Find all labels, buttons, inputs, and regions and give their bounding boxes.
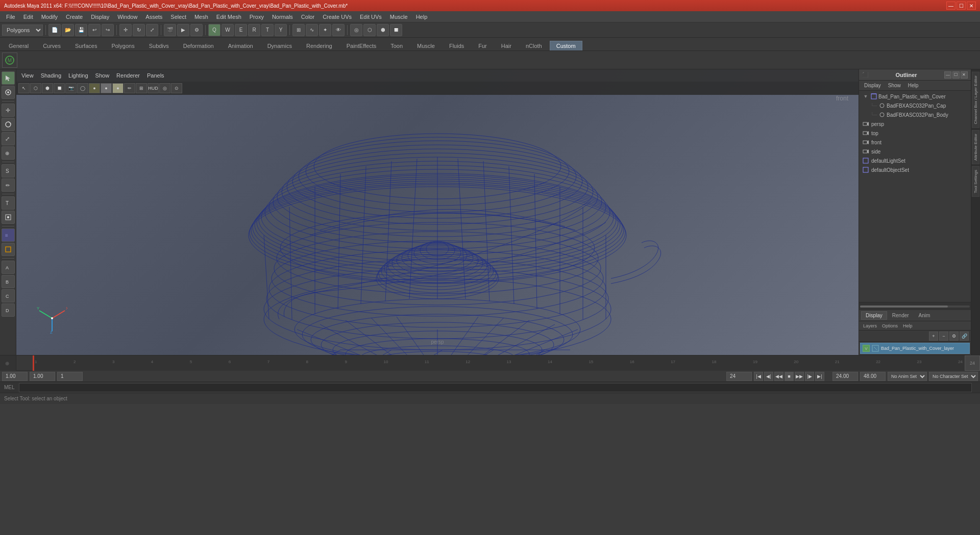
- menu-color[interactable]: Color: [297, 11, 318, 22]
- minimize-button[interactable]: —: [946, 2, 955, 10]
- shelf-tab-hair[interactable]: Hair: [495, 41, 518, 50]
- play-forward-button[interactable]: ▶▶: [795, 372, 804, 381]
- mode-dropdown[interactable]: Polygons: [2, 24, 43, 36]
- shelf-tab-ncloth[interactable]: nCloth: [519, 41, 549, 50]
- outliner-maximize[interactable]: ☐: [952, 71, 960, 79]
- tool-b[interactable]: B: [2, 275, 15, 288]
- tool-render-region[interactable]: [2, 243, 15, 256]
- tree-item-defaultlightset[interactable]: defaultLightSet: [860, 156, 970, 165]
- menu-create-uvs[interactable]: Create UVs: [318, 11, 356, 22]
- vi-hud[interactable]: HUD: [148, 83, 159, 93]
- layer-menu-options[interactable]: Options: [880, 323, 900, 329]
- step-display[interactable]: 48.00: [860, 372, 886, 381]
- tb-snap-view[interactable]: 👁: [332, 24, 345, 36]
- vi-light2[interactable]: ●: [89, 83, 100, 93]
- vi-shaded-mode[interactable]: ⬢: [42, 83, 53, 93]
- tree-item-root[interactable]: ▼ Bad_Pan_Plastic_with_Cover: [860, 92, 970, 101]
- sidebar-attribute-editor[interactable]: Attribute Editor: [972, 130, 979, 164]
- tool-universal[interactable]: ⊕: [2, 146, 15, 160]
- close-button[interactable]: ✕: [967, 2, 976, 10]
- shelf-tab-general[interactable]: General: [2, 41, 35, 50]
- tb-snap-grid[interactable]: ⊞: [292, 24, 305, 36]
- tb-render2[interactable]: ▶: [177, 24, 189, 36]
- menu-select[interactable]: Select: [166, 11, 190, 22]
- tree-icon-collapse[interactable]: ▼: [862, 93, 869, 100]
- tool-scale[interactable]: ⤢: [2, 132, 15, 145]
- shelf-tab-animation[interactable]: Animation: [222, 41, 260, 50]
- play-back-button[interactable]: ◀◀: [774, 372, 783, 381]
- tb-wireframe[interactable]: ⬡: [363, 24, 376, 36]
- tree-item-persp[interactable]: persp: [860, 119, 970, 129]
- outliner-menu-show[interactable]: Show: [885, 82, 904, 89]
- menu-edit[interactable]: Edit: [19, 11, 37, 22]
- tb-y[interactable]: Y: [275, 24, 287, 36]
- vi-light3[interactable]: ●: [101, 83, 112, 93]
- vp-menu-show[interactable]: Show: [92, 71, 113, 80]
- tb-t[interactable]: T: [261, 24, 274, 36]
- menu-edit-uvs[interactable]: Edit UVs: [356, 11, 386, 22]
- tool-soft-mod[interactable]: S: [2, 164, 15, 177]
- tool-a[interactable]: A: [2, 261, 15, 274]
- tree-item-defaultobjectset[interactable]: defaultObjectSet: [860, 165, 970, 174]
- menu-edit-mesh[interactable]: Edit Mesh: [212, 11, 246, 22]
- shelf-tab-custom[interactable]: Custom: [550, 41, 582, 50]
- shelf-tab-curves[interactable]: Curves: [36, 41, 67, 50]
- step-back-button[interactable]: ◀|: [764, 372, 773, 381]
- shelf-tab-toon[interactable]: Toon: [384, 41, 409, 50]
- maximize-button[interactable]: ☐: [957, 2, 966, 10]
- shelf-tab-painteffects[interactable]: PaintEffects: [340, 41, 383, 50]
- tool-select[interactable]: [2, 71, 15, 85]
- outliner-minimize[interactable]: —: [944, 71, 951, 79]
- shelf-tab-polygons[interactable]: Polygons: [105, 41, 141, 50]
- tree-item-cap[interactable]: └─ BadFBXASC032Pan_Cap: [860, 101, 970, 110]
- tb-redo[interactable]: ↪: [102, 24, 114, 36]
- vi-paint[interactable]: ✏: [124, 83, 135, 93]
- viewport[interactable]: View Shading Lighting Show Renderer Pane…: [16, 69, 859, 355]
- tb-scale[interactable]: ⤢: [146, 24, 158, 36]
- tb-scale-key[interactable]: R: [248, 24, 260, 36]
- total-frames-display[interactable]: 24.00: [832, 372, 858, 381]
- layer-new[interactable]: +: [929, 332, 938, 341]
- shelf-tab-subdivs[interactable]: Subdivs: [142, 41, 176, 50]
- menu-proxy[interactable]: Proxy: [246, 11, 268, 22]
- tb-shaded[interactable]: ⬢: [377, 24, 389, 36]
- tool-sculpt[interactable]: ✏: [2, 179, 15, 192]
- shelf-tab-deformation[interactable]: Deformation: [177, 41, 220, 50]
- layer-visibility-check[interactable]: V: [863, 345, 870, 352]
- layer-menu-layers[interactable]: Layers: [861, 323, 879, 329]
- layer-options[interactable]: ⚙: [949, 332, 959, 341]
- tb-rotate-key[interactable]: E: [235, 24, 247, 36]
- start-frame-display[interactable]: 1.00: [30, 372, 55, 381]
- outliner-menu-display[interactable]: Display: [861, 82, 884, 89]
- outliner-tree[interactable]: ▼ Bad_Pan_Plastic_with_Cover └─ BadFBXAS…: [859, 91, 971, 302]
- tb-open[interactable]: 📂: [62, 24, 74, 36]
- shelf-tab-muscle[interactable]: Muscle: [410, 41, 442, 50]
- vi-isolate[interactable]: ⊙: [171, 83, 182, 93]
- go-end-button[interactable]: ▶|: [815, 372, 824, 381]
- menu-help[interactable]: Help: [412, 11, 432, 22]
- menu-normals[interactable]: Normals: [268, 11, 297, 22]
- menu-muscle[interactable]: Muscle: [386, 11, 412, 22]
- vi-textured-mode[interactable]: 🔲: [54, 83, 65, 93]
- layer-item-main[interactable]: V Bad_Pan_Plastic_with_Cover_layer: [860, 343, 970, 354]
- tb-select[interactable]: Q: [208, 24, 220, 36]
- shelf-icon-home[interactable]: M: [2, 53, 17, 68]
- menu-modify[interactable]: Modify: [37, 11, 62, 22]
- tb-rotate[interactable]: ↻: [133, 24, 145, 36]
- shelf-tab-dynamics[interactable]: Dynamics: [261, 41, 299, 50]
- layer-delete[interactable]: −: [939, 332, 948, 341]
- timeline-ruler[interactable]: 1 2 3 4 5 6 7 8 9 10 11 12 13 14 15 16 1…: [33, 355, 965, 371]
- tb-render[interactable]: 🎬: [164, 24, 176, 36]
- selected-frame-display[interactable]: 1: [57, 372, 83, 381]
- vp-menu-renderer[interactable]: Renderer: [113, 71, 143, 80]
- tb-save[interactable]: 💾: [75, 24, 87, 36]
- tb-translate[interactable]: W: [222, 24, 234, 36]
- vp-menu-lighting[interactable]: Lighting: [65, 71, 91, 80]
- layer-link[interactable]: 🔗: [960, 332, 969, 341]
- layer-menu-help[interactable]: Help: [901, 323, 915, 329]
- shelf-tab-fluids[interactable]: Fluids: [443, 41, 471, 50]
- anim-set-dropdown[interactable]: No Anim Set: [888, 372, 927, 381]
- tree-item-body[interactable]: └─ BadFBXASC032Pan_Body: [860, 110, 970, 119]
- tb-snap-point[interactable]: ✦: [319, 24, 331, 36]
- sidebar-tool-settings[interactable]: Tool Settings: [972, 166, 979, 197]
